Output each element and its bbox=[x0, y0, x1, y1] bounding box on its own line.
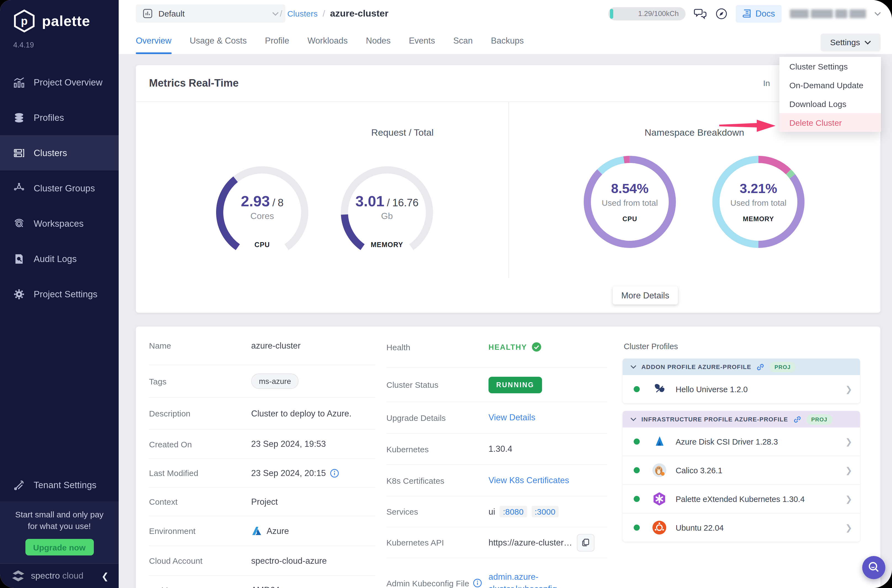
interval-label-truncated: In bbox=[763, 78, 770, 88]
tab-usage-costs[interactable]: Usage & Costs bbox=[190, 27, 247, 54]
sidebar-item-project-overview[interactable]: Project Overview bbox=[0, 64, 119, 100]
service-port-link[interactable]: :3000 bbox=[531, 506, 559, 518]
project-selector[interactable]: Default bbox=[136, 4, 285, 22]
sidebar-item-audit-logs[interactable]: Audit Logs bbox=[0, 241, 119, 276]
memory-used-value: 3.01 bbox=[355, 193, 384, 210]
sidebar-item-clusters[interactable]: Clusters bbox=[0, 135, 119, 171]
tab-profile[interactable]: Profile bbox=[265, 27, 289, 54]
detail-row-architecture: Architecture AMD64 bbox=[149, 576, 375, 588]
upgrade-now-button[interactable]: Upgrade now bbox=[25, 539, 93, 555]
detail-row-kubernetes: Kubernetes 1.30.4 bbox=[387, 434, 607, 465]
user-menu-chevron-icon[interactable] bbox=[874, 11, 881, 16]
gear-icon bbox=[13, 288, 25, 300]
profile-layer-row[interactable]: Hello Universe 1.2.0 ❯ bbox=[623, 375, 860, 403]
sidebar-item-label: Project Settings bbox=[34, 289, 98, 299]
menu-item-cluster-settings[interactable]: Cluster Settings bbox=[779, 57, 881, 76]
chat-icon[interactable] bbox=[693, 8, 707, 20]
profile-layer-row[interactable]: Ubuntu 22.04 ❯ bbox=[623, 513, 860, 542]
project-selector-icon bbox=[142, 8, 153, 19]
settings-button-label: Settings bbox=[830, 38, 860, 47]
copy-button[interactable] bbox=[577, 534, 594, 551]
cluster-profiles-section: Cluster Profiles ADDON PROFILE AZURE-PRO… bbox=[623, 327, 860, 549]
infrastructure-profile-name: INFRASTRUCTURE PROFILE AZURE-PROFILE bbox=[641, 416, 788, 423]
detail-row-context: Context Project bbox=[149, 488, 375, 516]
health-status-value: HEALTHY bbox=[489, 343, 527, 351]
profile-layer-row[interactable]: Palette eXtended Kubernetes 1.30.4 ❯ bbox=[623, 485, 860, 513]
sidebar-item-label: Audit Logs bbox=[34, 254, 77, 264]
sidebar-collapse-button[interactable]: ❮ bbox=[101, 571, 109, 581]
menu-item-delete-cluster[interactable]: Delete Cluster bbox=[779, 113, 881, 132]
memory-gauge-label-wrap: MEMORY bbox=[340, 239, 434, 249]
detail-row-last-modified: Last Modified 23 Sep 2024, 20:15 bbox=[149, 459, 375, 488]
cluster-name-value: azure-cluster bbox=[251, 340, 301, 351]
cloud-account-value: spectro-cloud-azure bbox=[251, 556, 327, 566]
chevron-right-icon: ❯ bbox=[845, 523, 852, 532]
tab-backups[interactable]: Backups bbox=[491, 27, 524, 54]
azure-disk-csi-icon bbox=[652, 434, 667, 449]
sidebar-item-project-settings[interactable]: Project Settings bbox=[0, 276, 119, 312]
link-icon bbox=[793, 415, 801, 423]
docs-button-label: Docs bbox=[755, 9, 775, 18]
footer-brand-secondary: cloud bbox=[62, 571, 84, 580]
tab-workloads[interactable]: Workloads bbox=[307, 27, 348, 54]
link-icon bbox=[756, 363, 764, 371]
cpu-unit: Cores bbox=[215, 211, 309, 221]
tab-events[interactable]: Events bbox=[409, 27, 435, 54]
footer-brand: spectro cloud bbox=[31, 571, 83, 581]
chevron-down-icon bbox=[864, 40, 871, 44]
breadcrumb-clusters-link[interactable]: Clusters bbox=[287, 9, 318, 18]
search-fab-button[interactable] bbox=[862, 556, 885, 579]
settings-button[interactable]: Settings bbox=[821, 34, 880, 51]
app-window: p palette 4.4.19 Project Overview bbox=[0, 0, 892, 588]
tab-nodes[interactable]: Nodes bbox=[366, 27, 391, 54]
service-port-link[interactable]: :8080 bbox=[499, 506, 527, 518]
addon-profile-header[interactable]: ADDON PROFILE AZURE-PROFILE PROJ bbox=[623, 358, 860, 375]
kubeconfig-download-link[interactable]: admin.azure-cluster.kubeconfig bbox=[489, 571, 571, 588]
detail-label: Kubernetes API bbox=[387, 538, 489, 547]
menu-item-download-logs[interactable]: Download Logs bbox=[779, 94, 881, 113]
menu-item-on-demand-update[interactable]: On-Demand Update bbox=[779, 76, 881, 94]
sidebar-item-cluster-groups[interactable]: Cluster Groups bbox=[0, 171, 119, 206]
chevron-down-icon bbox=[630, 417, 636, 422]
profile-layer-name: Palette eXtended Kubernetes 1.30.4 bbox=[675, 495, 805, 503]
cpu-gauge-label: CPU bbox=[254, 241, 270, 249]
detail-row-name: Name azure-cluster bbox=[149, 327, 375, 365]
user-name-redacted[interactable] bbox=[790, 9, 866, 18]
sidebar-item-profiles[interactable]: Profiles bbox=[0, 100, 119, 135]
book-icon bbox=[742, 9, 752, 18]
info-icon[interactable] bbox=[330, 469, 339, 477]
check-circle-icon bbox=[531, 342, 542, 352]
profile-layer-row[interactable]: Calico 3.26.1 ❯ bbox=[623, 456, 860, 485]
annotation-arrow bbox=[719, 119, 777, 132]
cpu-total-value: 8 bbox=[278, 197, 283, 208]
info-icon[interactable] bbox=[473, 579, 482, 588]
detail-label: Admin Kubeconfig File bbox=[387, 578, 469, 588]
namespace-memory-label: MEMORY bbox=[711, 215, 805, 223]
palette-extended-kubernetes-icon bbox=[652, 492, 667, 506]
orbit-icon bbox=[13, 218, 25, 229]
metrics-title: Metrics Real-Time bbox=[149, 77, 239, 89]
view-k8s-certificates-link[interactable]: View K8s Certificates bbox=[489, 476, 569, 485]
tab-overview[interactable]: Overview bbox=[136, 27, 171, 54]
chevron-right-icon: ❯ bbox=[845, 494, 852, 504]
profile-layer-row[interactable]: Azure Disk CSI Driver 1.28.3 ❯ bbox=[623, 428, 860, 456]
cpu-gauge-separator: / bbox=[272, 197, 275, 208]
view-details-link[interactable]: View Details bbox=[489, 412, 536, 423]
details-column-middle: Health HEALTHY Cluster Status RUNNING Up… bbox=[387, 327, 607, 588]
sidebar-nav: Project Overview Profiles bbox=[0, 64, 119, 312]
sidebar-item-workspaces[interactable]: Workspaces bbox=[0, 206, 119, 241]
profile-layer-name: Azure Disk CSI Driver 1.28.3 bbox=[675, 437, 778, 446]
more-details-button[interactable]: More Details bbox=[613, 286, 678, 304]
environment-value: Azure bbox=[266, 526, 289, 536]
docs-button[interactable]: Docs bbox=[736, 5, 782, 22]
infrastructure-profile-header[interactable]: INFRASTRUCTURE PROFILE AZURE-PROFILE PRO… bbox=[623, 411, 860, 428]
breadcrumb: / Clusters / azure-cluster bbox=[280, 0, 389, 27]
cluster-details-card: Name azure-cluster Tags ms-azure Descrip… bbox=[136, 327, 880, 588]
footer-brand-primary: spectro bbox=[31, 571, 60, 580]
settings-dropdown-menu: Cluster Settings On-Demand Update Downlo… bbox=[779, 57, 881, 132]
tab-scan[interactable]: Scan bbox=[453, 27, 473, 54]
sidebar-item-tenant-settings[interactable]: Tenant Settings bbox=[0, 469, 119, 501]
status-dot bbox=[634, 525, 640, 531]
sidebar-item-label: Clusters bbox=[34, 147, 67, 158]
compass-icon[interactable] bbox=[715, 8, 727, 20]
